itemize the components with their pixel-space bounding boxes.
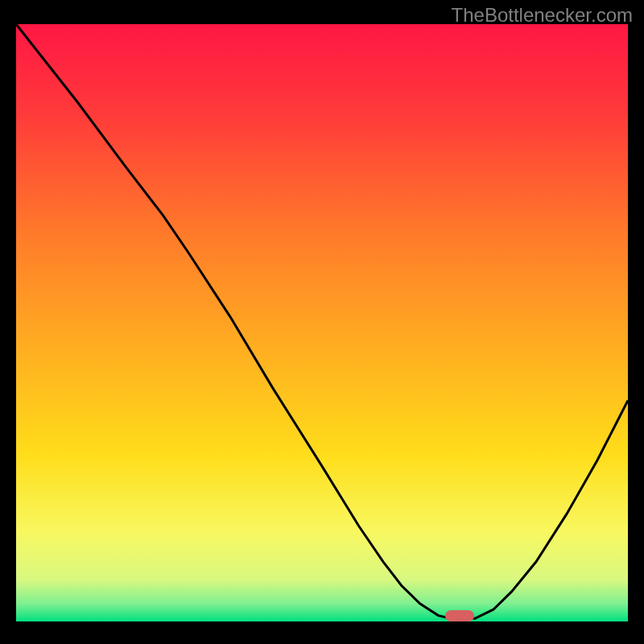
bottleneck-chart bbox=[0, 0, 644, 644]
chart-svg bbox=[0, 0, 644, 644]
watermark-text: TheBottlenecker.com bbox=[452, 4, 633, 27]
chart-gradient-bg bbox=[16, 24, 628, 621]
optimal-marker bbox=[445, 610, 474, 621]
